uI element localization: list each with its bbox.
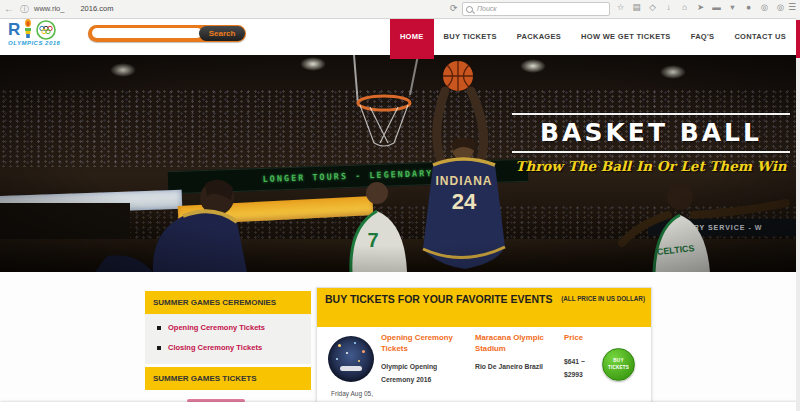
list-item: Opening Ceremony Tickets (157, 323, 311, 334)
event-thumbnail[interactable] (328, 336, 374, 382)
addon-3-icon[interactable]: ◎ (776, 2, 785, 12)
hero-subtitle: Throw The Ball In Or Let Them Win (512, 158, 790, 174)
logo-letter: R (8, 20, 20, 40)
stadium-lights (340, 366, 362, 371)
url-prefix: www.rio_ (34, 4, 64, 13)
nav-buy-tickets[interactable]: BUY TICKETS (434, 18, 507, 55)
firework-dot (346, 352, 348, 354)
card-header: BUY TICKETS FOR YOUR FAVORITE EVENTS (AL… (317, 288, 651, 327)
download-icon[interactable]: ↓ (664, 2, 673, 12)
card-title: BUY TICKETS FOR YOUR FAVORITE EVENTS (325, 293, 557, 306)
firework-dot (336, 358, 338, 360)
dropdown-caret-icon[interactable]: ▾ (728, 2, 737, 12)
torch-icon (21, 19, 35, 41)
page-scrollbar[interactable] (796, 18, 800, 411)
event-venue-title[interactable]: Maracana Olympic Stadium (475, 333, 575, 354)
buy-tickets-button[interactable]: BUY TICKETS (602, 348, 635, 381)
url-suffix: 2016.com (80, 4, 113, 13)
main-navigation: HOME BUY TICKETS PACKAGES HOW WE GET TIC… (390, 18, 796, 55)
site-search-input[interactable] (92, 28, 202, 38)
browser-search-placeholder: Поиск (477, 5, 497, 12)
hamburger-menu-icon[interactable]: ☰ (788, 2, 796, 12)
nav-how-we-get-tickets[interactable]: HOW WE GET TICKETS (571, 18, 681, 55)
browser-search-field[interactable]: Поиск (462, 2, 610, 16)
sidebar-section-ceremonies-title: SUMMER GAMES CEREMONIES TICKETS (145, 291, 311, 314)
buy-tickets-card: BUY TICKETS FOR YOUR FAVORITE EVENTS (AL… (316, 287, 652, 411)
site-header: R OLYMPICS 2016 Search HOME BUY TICKETS … (0, 18, 800, 55)
event-name-subtitle: Olympic Opening Ceremony 2016 (381, 361, 473, 387)
firework-dot (354, 342, 356, 344)
nav-contact-us[interactable]: CONTACT US (724, 18, 796, 55)
bullet-icon (157, 326, 161, 330)
sidebar-section-games-title: SUMMER GAMES TICKETS (145, 367, 311, 390)
sidebar-ceremonies-list: Opening Ceremony Tickets Closing Ceremon… (145, 314, 311, 364)
site-search-button[interactable]: Search (199, 26, 245, 41)
event-name-title[interactable]: Opening Ceremony Tickets (381, 333, 473, 354)
site-info-icon[interactable]: ⓘ (20, 3, 29, 15)
back-icon[interactable]: ← (4, 2, 14, 16)
olympic-rings-icon (36, 20, 56, 40)
firework-dot (362, 350, 365, 353)
hero-title: BASKET BALL (512, 115, 790, 151)
shield-icon[interactable]: ◇ (648, 2, 657, 12)
page-content: SUMMER GAMES CEREMONIES TICKETS Opening … (0, 272, 800, 411)
address-bar[interactable]: www.rio_2016.com (34, 4, 113, 13)
list-item: Closing Ceremony Tickets (157, 343, 311, 354)
nav-home[interactable]: HOME (390, 18, 434, 59)
logo-subtitle: OLYMPICS 2016 (8, 40, 60, 46)
send-icon[interactable]: ➤ (696, 2, 705, 12)
nav-packages[interactable]: PACKAGES (507, 18, 571, 55)
home-icon[interactable]: ⌂ (680, 2, 689, 12)
browser-toolbar: ← ⓘ www.rio_2016.com ⟳ Поиск ☆ ▤ ◇ ↓ ⌂ ➤… (0, 0, 800, 19)
event-name-sub-line2: Ceremony 2016 (381, 374, 473, 387)
firework-dot (358, 360, 360, 362)
scrollbar-thumb[interactable] (796, 20, 800, 58)
nav-faqs[interactable]: FAQ'S (681, 18, 725, 55)
bookmark-star-icon[interactable]: ☆ (616, 2, 625, 12)
event-price-title: Price (564, 333, 604, 344)
firework-dot (338, 344, 341, 347)
addon-2-icon[interactable]: ◎ (760, 2, 769, 12)
bullet-icon (157, 346, 161, 350)
event-venue-subtitle: Rio De Janeiro Brazil (475, 361, 575, 374)
footer-edge (0, 402, 800, 411)
event-name-sub-line1: Olympic Opening (381, 361, 473, 374)
addon-1-icon[interactable]: ● (744, 2, 753, 12)
site-search-box: Search (88, 25, 246, 42)
extension-icon[interactable]: ▬ (712, 2, 721, 12)
link-closing-ceremony-tickets[interactable]: Closing Ceremony Tickets (168, 343, 262, 352)
event-date-line1: Friday Aug 05, (319, 388, 385, 399)
hero-basketball-banner: LONGER TOURS - LEGENDARY RY SERVICE - W … (0, 55, 800, 272)
price-currency-note: (ALL PRICE IN US DOLLAR) (561, 295, 645, 302)
title-rule-bottom (512, 151, 790, 153)
buy-button-line2: TICKETS (603, 365, 634, 372)
buy-button-line1: BUY (603, 358, 634, 365)
library-icon[interactable]: ▤ (632, 2, 641, 12)
search-icon (466, 6, 473, 13)
rio-olympics-logo[interactable]: R OLYMPICS 2016 (8, 20, 88, 54)
reload-icon[interactable]: ⟳ (450, 3, 458, 13)
hero-title-block: BASKET BALL Throw The Ball In Or Let The… (512, 113, 790, 174)
link-opening-ceremony-tickets[interactable]: Opening Ceremony Tickets (168, 323, 265, 332)
